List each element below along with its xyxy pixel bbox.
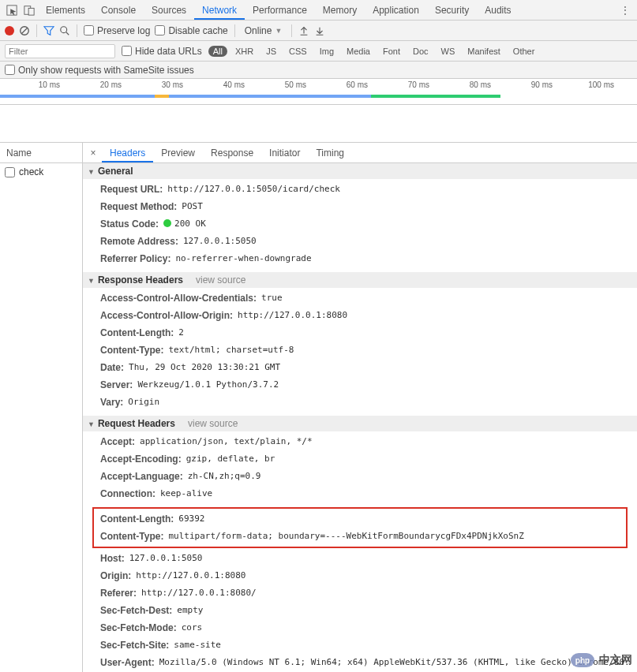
- header-row: Date:Thu, 29 Oct 2020 13:30:21 GMT: [83, 359, 637, 376]
- filter-icon[interactable]: [43, 25, 54, 36]
- detail-tab-response[interactable]: Response: [203, 144, 261, 162]
- header-value: 200 OK: [163, 217, 206, 231]
- tab-audits[interactable]: Audits: [477, 1, 519, 20]
- tab-application[interactable]: Application: [365, 1, 427, 20]
- request-list: Name check: [0, 143, 83, 672]
- type-filter-xhr[interactable]: XHR: [230, 46, 258, 57]
- type-filter-media[interactable]: Media: [342, 46, 375, 57]
- header-value: http://127.0.0.1:8080/: [141, 586, 257, 600]
- tab-network[interactable]: Network: [194, 1, 245, 20]
- header-value: keep-alive: [160, 487, 212, 501]
- header-key: Access-Control-Allow-Origin:: [100, 308, 233, 323]
- header-row: Sec-Fetch-Site:same-site: [83, 637, 637, 654]
- upload-icon[interactable]: [298, 25, 309, 36]
- header-row: Content-Type:multipart/form-data; bounda…: [94, 528, 626, 545]
- close-icon[interactable]: ×: [86, 147, 100, 159]
- header-row: Content-Length:2: [83, 324, 637, 342]
- timeline-tick: 80 ms: [431, 80, 493, 89]
- header-key: Content-Type:: [100, 343, 163, 357]
- chevron-down-icon: ▼: [275, 27, 282, 35]
- header-value: 69392: [178, 512, 204, 526]
- timeline-tick: 10 ms: [0, 80, 62, 89]
- header-value: 127.0.0.1:5050: [183, 234, 257, 248]
- section-title: Request Headers: [98, 418, 175, 429]
- header-value: http://127.0.0.1:8080: [136, 569, 245, 583]
- view-source-link[interactable]: view source: [188, 418, 238, 429]
- header-key: Accept-Language:: [100, 469, 183, 483]
- request-item-checkbox[interactable]: [5, 167, 15, 177]
- tab-security[interactable]: Security: [427, 1, 477, 20]
- tab-memory[interactable]: Memory: [315, 1, 365, 20]
- clear-icon[interactable]: [19, 25, 30, 36]
- header-row: Referer:http://127.0.0.1:8080/: [83, 584, 637, 602]
- download-icon[interactable]: [314, 25, 325, 36]
- request-detail: × HeadersPreviewResponseInitiatorTiming …: [83, 143, 637, 672]
- svg-line-4: [22, 28, 28, 33]
- type-filter-font[interactable]: Font: [378, 46, 405, 57]
- section-header[interactable]: General: [83, 163, 637, 179]
- filter-input[interactable]: [5, 44, 115, 58]
- header-value: empty: [177, 603, 203, 618]
- header-value: no-referrer-when-downgrade: [175, 252, 311, 266]
- kebab-menu-icon[interactable]: ⋮: [616, 2, 634, 19]
- disable-cache-checkbox[interactable]: Disable cache: [155, 25, 227, 36]
- type-filter-doc[interactable]: Doc: [408, 46, 433, 57]
- tab-elements[interactable]: Elements: [38, 1, 93, 20]
- throttling-select[interactable]: Online ▼: [242, 24, 286, 37]
- detail-tab-timing[interactable]: Timing: [308, 144, 352, 162]
- type-filter-all[interactable]: All: [208, 46, 227, 57]
- inspect-icon[interactable]: [3, 2, 21, 19]
- tab-sources[interactable]: Sources: [144, 1, 194, 20]
- header-key: Accept-Encoding:: [100, 452, 182, 466]
- samesite-checkbox[interactable]: Only show requests with SameSite issues: [5, 65, 194, 76]
- tab-console[interactable]: Console: [93, 1, 144, 20]
- hide-data-urls-checkbox[interactable]: Hide data URLs: [122, 46, 202, 57]
- header-key: Content-Type:: [100, 529, 163, 543]
- device-toggle-icon[interactable]: [21, 2, 38, 19]
- header-row: Host:127.0.0.1:5050: [83, 550, 637, 567]
- header-key: User-Agent:: [100, 655, 155, 670]
- detail-tab-preview[interactable]: Preview: [153, 144, 203, 162]
- timeline-tick: 60 ms: [308, 80, 369, 89]
- svg-rect-2: [28, 8, 34, 15]
- header-value: 127.0.0.1:5050: [129, 551, 203, 566]
- type-filter-img[interactable]: Img: [315, 46, 339, 57]
- header-value: http://127.0.0.1:5050/icard/check: [167, 182, 340, 196]
- header-row: Access-Control-Allow-Credentials:true: [83, 289, 637, 307]
- tab-performance[interactable]: Performance: [245, 1, 315, 20]
- header-value: POST: [182, 200, 203, 214]
- disable-cache-label: Disable cache: [168, 25, 227, 36]
- view-source-link[interactable]: view source: [196, 274, 245, 286]
- header-key: Connection:: [100, 487, 156, 501]
- header-value: 2: [178, 326, 184, 340]
- request-list-header[interactable]: Name: [0, 143, 82, 163]
- header-key: Date:: [100, 360, 124, 375]
- type-filters: AllXHRJSCSSImgMediaFontDocWSManifestOthe…: [208, 46, 540, 57]
- watermark-text: 中文网: [599, 653, 632, 667]
- timeline-tick: 90 ms: [493, 80, 554, 89]
- type-filter-other[interactable]: Other: [508, 46, 540, 57]
- timeline[interactable]: 10 ms20 ms30 ms40 ms50 ms60 ms70 ms80 ms…: [0, 79, 637, 105]
- hide-data-urls-label: Hide data URLs: [135, 46, 202, 57]
- header-row: Access-Control-Allow-Origin:http://127.0…: [83, 307, 637, 324]
- detail-tab-headers[interactable]: Headers: [102, 144, 153, 162]
- watermark-logo: php: [571, 653, 594, 667]
- type-filter-css[interactable]: CSS: [284, 46, 312, 57]
- disclosure-triangle-icon: [88, 166, 95, 177]
- header-row: Server:Werkzeug/1.0.1 Python/3.7.2: [83, 376, 637, 394]
- header-key: Origin:: [100, 569, 131, 583]
- detail-tab-initiator[interactable]: Initiator: [261, 144, 308, 162]
- header-value: Origin: [128, 395, 159, 409]
- type-filter-js[interactable]: JS: [261, 46, 281, 57]
- section-header[interactable]: Response Headersview source: [83, 272, 637, 288]
- header-row: Request URL:http://127.0.0.1:5050/icard/…: [83, 181, 637, 198]
- request-item[interactable]: check: [0, 163, 82, 181]
- type-filter-manifest[interactable]: Manifest: [463, 46, 505, 57]
- type-filter-ws[interactable]: WS: [437, 46, 460, 57]
- header-row: Origin:http://127.0.0.1:8080: [83, 567, 637, 584]
- search-icon[interactable]: [59, 25, 70, 36]
- preserve-log-checkbox[interactable]: Preserve log: [84, 25, 150, 36]
- record-button[interactable]: [5, 26, 14, 35]
- section-header[interactable]: Request Headersview source: [83, 416, 637, 431]
- header-key: Referer:: [100, 586, 137, 600]
